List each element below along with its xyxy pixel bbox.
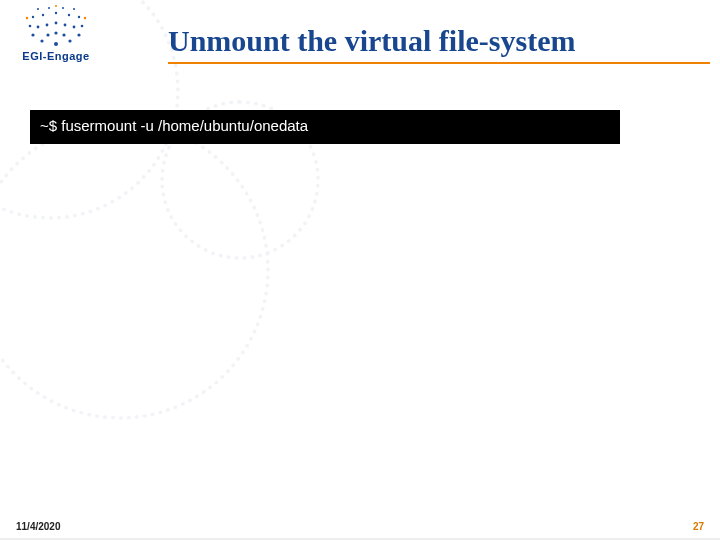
svg-point-11	[64, 24, 67, 27]
svg-point-18	[68, 14, 70, 16]
slide-title: Unmount the virtual file-system	[168, 24, 708, 58]
svg-point-23	[73, 8, 75, 10]
svg-point-15	[32, 16, 34, 18]
svg-point-12	[55, 22, 58, 25]
svg-point-4	[77, 33, 80, 36]
svg-point-19	[55, 12, 57, 14]
svg-point-2	[68, 39, 71, 42]
svg-point-25	[84, 17, 86, 19]
svg-point-26	[55, 5, 57, 7]
svg-point-16	[78, 16, 80, 18]
svg-point-0	[54, 42, 58, 46]
svg-point-10	[46, 24, 49, 27]
svg-point-14	[81, 25, 84, 28]
title-underline	[168, 62, 710, 64]
terminal-block: ~$ fusermount -u /home/ubuntu/onedata	[30, 110, 620, 144]
svg-point-9	[73, 26, 76, 29]
egi-sunburst-icon	[21, 4, 91, 48]
footer-page-number: 27	[693, 521, 704, 532]
slide: EGI-Engage Unmount the virtual file-syst…	[0, 0, 720, 540]
background-decoration	[0, 0, 720, 540]
brand-logo: EGI-Engage	[14, 4, 98, 62]
svg-point-24	[26, 17, 28, 19]
svg-point-20	[48, 7, 50, 9]
svg-point-21	[62, 7, 64, 9]
svg-point-3	[31, 33, 34, 36]
svg-point-1	[40, 39, 43, 42]
svg-point-6	[62, 33, 65, 36]
svg-point-5	[46, 33, 49, 36]
svg-point-7	[54, 31, 57, 34]
svg-point-22	[37, 8, 39, 10]
terminal-line: ~$ fusermount -u /home/ubuntu/onedata	[40, 117, 308, 134]
brand-text: EGI-Engage	[14, 50, 98, 62]
svg-point-8	[37, 26, 40, 29]
svg-point-13	[29, 25, 32, 28]
footer-date: 11/4/2020	[16, 521, 61, 532]
svg-point-17	[42, 14, 44, 16]
